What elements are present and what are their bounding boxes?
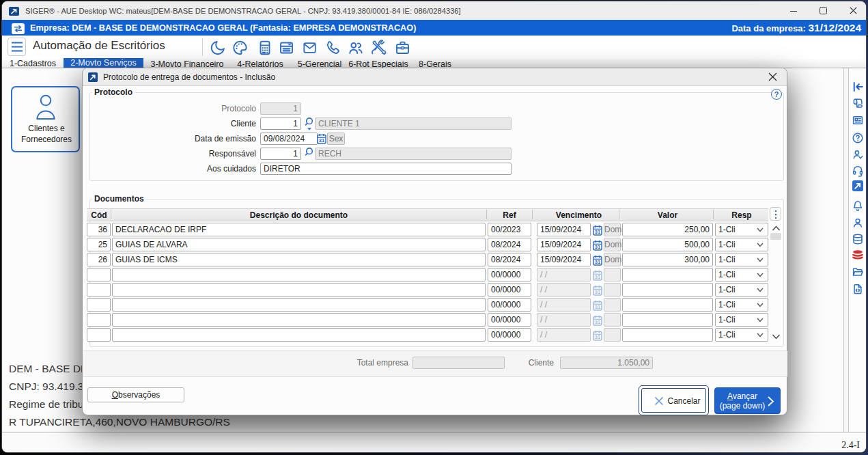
svg-text:31: 31 [595,229,600,235]
svg-text:31: 31 [595,274,600,280]
svg-text:31: 31 [319,137,324,143]
svg-text:31: 31 [595,319,600,325]
svg-text:31: 31 [595,334,600,340]
svg-text:31: 31 [595,244,600,250]
svg-text:31: 31 [595,304,600,310]
svg-text:31: 31 [595,259,600,265]
svg-text:31: 31 [595,289,600,295]
